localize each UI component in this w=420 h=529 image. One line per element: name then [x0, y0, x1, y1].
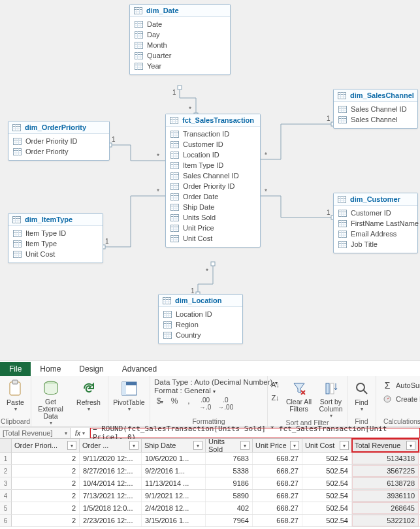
cell-up[interactable]: 668.27: [253, 515, 302, 526]
percent-button[interactable]: %: [170, 396, 178, 411]
entity-field[interactable]: Location ID: [161, 309, 240, 319]
cell-tr[interactable]: 6138728: [352, 477, 419, 489]
cell-tr[interactable]: 5134318: [352, 453, 419, 464]
cell-sd[interactable]: 2/4/2018 12...: [142, 502, 206, 514]
cell-uc[interactable]: 502.54: [302, 453, 352, 464]
column-header-us[interactable]: Units Sold▾: [206, 439, 253, 452]
entity-fct-salestransaction[interactable]: fct_SalesTransaction Transaction ID Cust…: [165, 114, 261, 248]
cell-tr[interactable]: 3936110: [352, 490, 419, 502]
clear-filters-button[interactable]: Clear All Filters: [284, 377, 314, 413]
column-header-uc[interactable]: Unit Cost▾: [302, 439, 352, 452]
increase-decimal-button[interactable]: .0→.00: [218, 396, 233, 411]
entity-field[interactable]: Sales Channel: [336, 114, 415, 125]
entity-field[interactable]: Sales Channel ID: [169, 170, 257, 181]
entity-dim-orderpriority[interactable]: dim_OrderPriority Order Priority ID Orde…: [8, 121, 110, 161]
filter-dropdown-icon[interactable]: ▾: [67, 441, 76, 450]
cell-sd[interactable]: 9/1/2021 12...: [142, 490, 206, 502]
entity-field[interactable]: Month: [133, 40, 227, 50]
autosum-button[interactable]: Σ AutoSum▾: [380, 379, 420, 391]
format-selector[interactable]: Format : General ▾: [154, 387, 263, 394]
entity-field[interactable]: Item Type: [11, 238, 100, 249]
entity-field[interactable]: Sales Channel ID: [336, 104, 415, 114]
cell-uc[interactable]: 502.54: [302, 477, 352, 489]
currency-button[interactable]: $▾: [156, 396, 164, 411]
entity-field[interactable]: Customer ID: [169, 139, 257, 150]
cell-uc[interactable]: 502.54: [302, 490, 352, 502]
fx-button[interactable]: fx▾: [71, 428, 90, 438]
cell-op[interactable]: 2: [12, 465, 80, 477]
entity-field[interactable]: Date: [133, 19, 227, 29]
cell-op[interactable]: 2: [12, 477, 80, 489]
tab-design[interactable]: Design: [70, 362, 112, 376]
cell-od[interactable]: 8/27/2016 12:...: [80, 465, 142, 477]
filter-dropdown-icon[interactable]: ▾: [240, 441, 250, 450]
filter-dropdown-icon[interactable]: ▾: [340, 441, 349, 450]
cell-sd[interactable]: 9/2/2016 1...: [142, 465, 206, 477]
cell-sd[interactable]: 3/15/2016 1...: [142, 515, 206, 526]
column-header-tr[interactable]: Total Revenue▾: [352, 439, 419, 452]
cell-od[interactable]: 1/5/2018 12:0...: [80, 502, 142, 514]
column-header-up[interactable]: Unit Price▾: [253, 439, 302, 452]
entity-field[interactable]: Customer ID: [336, 208, 415, 218]
sort-za-button[interactable]: Z↓: [268, 392, 283, 404]
sort-by-column-button[interactable]: Sort by Column ▾: [315, 377, 347, 419]
entity-field[interactable]: Year: [133, 61, 227, 71]
column-name-box[interactable]: [Total Revenue]▾: [0, 428, 71, 438]
cell-us[interactable]: 5338: [206, 465, 253, 477]
data-type-selector[interactable]: Data Type : Auto (Decimal Number) ▾: [154, 378, 263, 386]
cell-od[interactable]: 7/13/2021 12:...: [80, 490, 142, 502]
entity-field[interactable]: Quarter: [133, 50, 227, 61]
entity-field[interactable]: Order Priority ID: [169, 181, 257, 191]
entity-dim-saleschannel[interactable]: dim_SalesChannel Sales Channel ID Sales …: [333, 89, 418, 129]
row-number[interactable]: 2: [0, 465, 12, 477]
table-row[interactable]: 521/5/2018 12:0...2/4/2018 12...402668.2…: [0, 502, 420, 515]
entity-dim-itemtype[interactable]: dim_ItemType Item Type ID Item Type Unit…: [8, 213, 103, 263]
cell-up[interactable]: 668.27: [253, 502, 302, 514]
entity-field[interactable]: Order Priority: [11, 146, 106, 157]
create-kpi-button[interactable]: Create KPI: [380, 393, 420, 405]
formula-input[interactable]: = ROUND(fct_SalesTransaction[Units Sold]…: [90, 428, 420, 438]
find-button[interactable]: Find ▾: [349, 377, 374, 412]
filter-dropdown-icon[interactable]: ▾: [290, 441, 299, 450]
entity-field[interactable]: Email Address: [336, 229, 415, 239]
entity-field[interactable]: Order Priority ID: [11, 136, 106, 146]
decrease-decimal-button[interactable]: .00→.0: [199, 396, 211, 411]
paste-button[interactable]: Paste ▾: [3, 377, 29, 412]
cell-us[interactable]: 5890: [206, 490, 253, 502]
cell-up[interactable]: 668.27: [253, 477, 302, 489]
cell-us[interactable]: 7964: [206, 515, 253, 526]
cell-op[interactable]: 2: [12, 515, 80, 526]
filter-dropdown-icon[interactable]: ▾: [406, 441, 415, 450]
comma-button[interactable]: ,: [185, 396, 193, 411]
cell-od[interactable]: 2/23/2016 12:...: [80, 515, 142, 526]
cell-us[interactable]: 7683: [206, 453, 253, 464]
refresh-button[interactable]: Refresh ▾: [71, 377, 107, 412]
cell-us[interactable]: 9186: [206, 477, 253, 489]
column-header-sd[interactable]: Ship Date▾: [142, 439, 206, 452]
sort-az-button[interactable]: A↓: [268, 379, 283, 391]
cell-op[interactable]: 2: [12, 502, 80, 514]
table-row[interactable]: 3210/4/2014 12:...11/13/2014 ...9186668.…: [0, 477, 420, 490]
cell-tr[interactable]: 5322102: [352, 515, 419, 526]
table-row[interactable]: 228/27/2016 12:...9/2/2016 1...5338668.2…: [0, 465, 420, 477]
cell-up[interactable]: 668.27: [253, 465, 302, 477]
column-header-op[interactable]: Order Priori...▾: [12, 439, 80, 452]
column-header-od[interactable]: Order ...▾: [80, 439, 142, 452]
cell-sd[interactable]: 10/6/2020 1...: [142, 453, 206, 464]
entity-field[interactable]: Ship Date: [169, 202, 257, 212]
entity-field[interactable]: Transaction ID: [169, 129, 257, 139]
row-number[interactable]: 3: [0, 477, 12, 489]
pivottable-button[interactable]: PivotTable ▾: [111, 377, 148, 412]
cell-up[interactable]: 668.27: [253, 453, 302, 464]
row-number[interactable]: 4: [0, 490, 12, 502]
table-row[interactable]: 129/11/2020 12:...10/6/2020 1...7683668.…: [0, 453, 420, 465]
entity-field[interactable]: FirstName LastName: [336, 218, 415, 229]
entity-field[interactable]: Units Sold: [169, 212, 257, 223]
get-external-data-button[interactable]: Get External Data ▾: [33, 377, 69, 426]
entity-field[interactable]: Unit Cost: [169, 233, 257, 244]
cell-od[interactable]: 9/11/2020 12:...: [80, 453, 142, 464]
filter-dropdown-icon[interactable]: ▾: [193, 441, 202, 450]
entity-dim-date[interactable]: dim_Date Date Day Month Quarter Year: [129, 4, 231, 75]
tab-home[interactable]: Home: [31, 362, 70, 376]
erd-canvas[interactable]: 1 * 1 * 1 * 1 * 1 * 1 * dim_Date Date Da…: [0, 0, 420, 361]
